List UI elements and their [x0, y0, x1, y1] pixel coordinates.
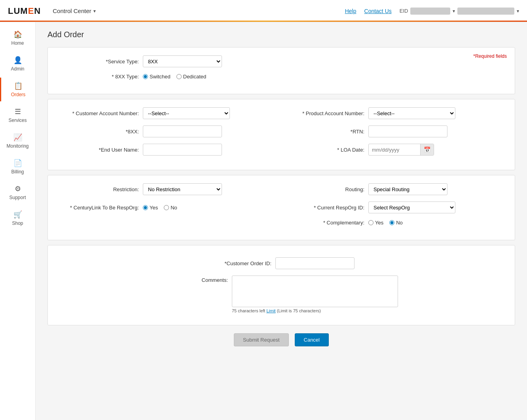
dedicated-option[interactable]: Dedicated	[176, 74, 207, 80]
customer-order-section: *Customer Order ID: Comments: 75 charact…	[47, 245, 515, 325]
calendar-icon[interactable]: 📅	[420, 144, 434, 155]
restriction-routing-row: Restriction: No Restriction Restricted R…	[60, 183, 503, 195]
comp-yes-radio[interactable]	[368, 220, 373, 225]
control-center-label: Control Center	[53, 8, 91, 14]
comments-row: Comments: 75 characters left Limit (Limi…	[165, 276, 398, 313]
centurylink-yes-label: Yes	[150, 205, 158, 211]
current-resporg-col: * Current RespOrg ID: Select RespOrg	[281, 201, 503, 213]
dedicated-radio[interactable]	[176, 74, 182, 79]
contact-us-link[interactable]: Contact Us	[364, 8, 392, 14]
rtn-input[interactable]	[368, 125, 447, 137]
sidebar-item-home-label: Home	[11, 40, 24, 46]
service-type-col: *Service Type: 8XX Other	[60, 55, 503, 67]
end-user-name-label: *End User Name:	[60, 147, 139, 153]
shop-icon: 🛒	[13, 210, 22, 219]
sidebar: 🏠 Home 👤 Admin 📋 Orders ☰ Services 📈 Mon…	[0, 22, 36, 420]
customer-order-id-label: *Customer Order ID:	[208, 260, 271, 266]
complementary-row: * Complementary: Yes No	[60, 220, 503, 226]
services-icon: ☰	[13, 107, 22, 116]
button-row: Submit Request Cancel	[47, 333, 515, 354]
centurylink-radio-group: Yes No	[143, 205, 177, 211]
sidebar-item-admin[interactable]: 👤 Admin	[0, 52, 35, 76]
product-account-label: * Product Account Number:	[281, 110, 364, 116]
char-limit-text: 75 characters left Limit (Limit is 75 ch…	[232, 308, 398, 313]
cancel-button[interactable]: Cancel	[295, 333, 329, 346]
restriction-select[interactable]: No Restriction Restricted	[143, 183, 222, 195]
8xx-col: *8XX:	[60, 125, 281, 137]
8xx-type-radio-group: Switched Dedicated	[143, 74, 206, 80]
account-info-section: * Customer Account Number: --Select-- * …	[47, 99, 515, 170]
comments-area-wrapper: 75 characters left Limit (Limit is 75 ch…	[232, 276, 398, 313]
help-link[interactable]: Help	[345, 8, 356, 14]
8xx-input[interactable]	[143, 125, 222, 137]
centurylink-resporg-row: * CenturyLink To Be RespOrg: Yes No * Cu	[60, 201, 503, 213]
page-title: Add Order	[47, 30, 515, 39]
submit-button[interactable]: Submit Request	[234, 333, 289, 346]
control-center-menu[interactable]: Control Center ▾	[53, 8, 96, 14]
enduser-col: *End User Name:	[60, 144, 281, 156]
eid-chevron: ▾	[453, 8, 455, 14]
sidebar-item-services[interactable]: ☰ Services	[0, 103, 35, 127]
sidebar-item-support[interactable]: ⚙ Support	[0, 181, 35, 204]
product-account-select[interactable]: --Select--	[368, 107, 455, 119]
sidebar-item-services-label: Services	[8, 118, 27, 123]
char-limit-limit: Limit	[266, 308, 277, 313]
sidebar-item-orders[interactable]: 📋 Orders	[0, 78, 35, 101]
comments-textarea[interactable]	[232, 276, 398, 307]
complementary-col: * Complementary: Yes No	[281, 220, 503, 226]
centurylink-yes-radio[interactable]	[143, 205, 148, 210]
switched-option[interactable]: Switched	[143, 74, 171, 80]
required-note: *Required fields	[473, 53, 507, 59]
centurylink-col: * CenturyLink To Be RespOrg: Yes No	[60, 205, 281, 211]
routing-label: Routing:	[281, 186, 364, 192]
sidebar-item-home[interactable]: 🏠 Home	[0, 26, 35, 50]
billing-icon: 📄	[13, 159, 22, 167]
centurylink-yes-option[interactable]: Yes	[143, 205, 158, 211]
loa-date-input[interactable]	[369, 145, 420, 155]
char-limit-suffix: (Limit is 75 characters)	[277, 308, 321, 313]
eid-account-chevron: ▾	[517, 8, 519, 14]
sidebar-item-monitoring[interactable]: 📈 Monitoring	[0, 129, 35, 153]
service-type-section: *Required fields *Service Type: 8XX Othe…	[47, 47, 515, 94]
service-type-row: *Service Type: 8XX Other	[60, 55, 503, 67]
customer-account-label: * Customer Account Number:	[60, 110, 139, 116]
service-type-select[interactable]: 8XX Other	[143, 55, 222, 67]
sidebar-item-billing[interactable]: 📄 Billing	[0, 155, 35, 179]
loa-date-label: * LOA Date:	[281, 147, 364, 153]
centurylink-label: * CenturyLink To Be RespOrg:	[60, 205, 139, 211]
centurylink-no-label: No	[171, 205, 177, 211]
comp-no-label: No	[396, 220, 403, 226]
end-user-name-input[interactable]	[143, 144, 222, 156]
sidebar-item-support-label: Support	[9, 195, 26, 200]
restriction-label: Restriction:	[60, 186, 139, 192]
rtn-label: *RTN:	[281, 129, 364, 135]
home-icon: 🏠	[13, 30, 22, 39]
centurylink-no-option[interactable]: No	[164, 205, 177, 211]
comp-yes-label: Yes	[375, 220, 383, 226]
comp-yes-option[interactable]: Yes	[368, 220, 383, 226]
sidebar-item-shop-label: Shop	[12, 220, 23, 226]
current-resporg-select[interactable]: Select RespOrg	[368, 201, 455, 213]
8xx-rtn-row: *8XX: *RTN:	[60, 125, 503, 137]
comments-label: Comments:	[165, 276, 228, 283]
customer-order-id-input[interactable]	[275, 257, 354, 269]
main-content: Add Order *Required fields *Service Type…	[36, 22, 527, 420]
sidebar-item-billing-label: Billing	[11, 169, 24, 175]
support-icon: ⚙	[13, 184, 22, 193]
logo: LUMEN	[8, 6, 41, 16]
customer-order-id-row: *Customer Order ID:	[208, 257, 354, 269]
sidebar-item-orders-label: Orders	[11, 92, 26, 97]
routing-select[interactable]: Special Routing Standard Routing	[368, 183, 447, 195]
switched-radio[interactable]	[143, 74, 148, 79]
monitoring-icon: 📈	[13, 133, 22, 142]
sidebar-item-shop[interactable]: 🛒 Shop	[0, 206, 35, 230]
layout: 🏠 Home 👤 Admin 📋 Orders ☰ Services 📈 Mon…	[0, 22, 527, 420]
centurylink-no-radio[interactable]	[164, 205, 169, 210]
customer-account-select[interactable]: --Select--	[143, 107, 230, 119]
routing-col: Routing: Special Routing Standard Routin…	[281, 183, 503, 195]
comp-no-option[interactable]: No	[389, 220, 403, 226]
service-type-label: *Service Type:	[60, 59, 139, 65]
8xx-label: *8XX:	[60, 129, 139, 135]
comp-no-radio[interactable]	[389, 220, 394, 225]
eid-account: ███████████████	[457, 8, 514, 15]
